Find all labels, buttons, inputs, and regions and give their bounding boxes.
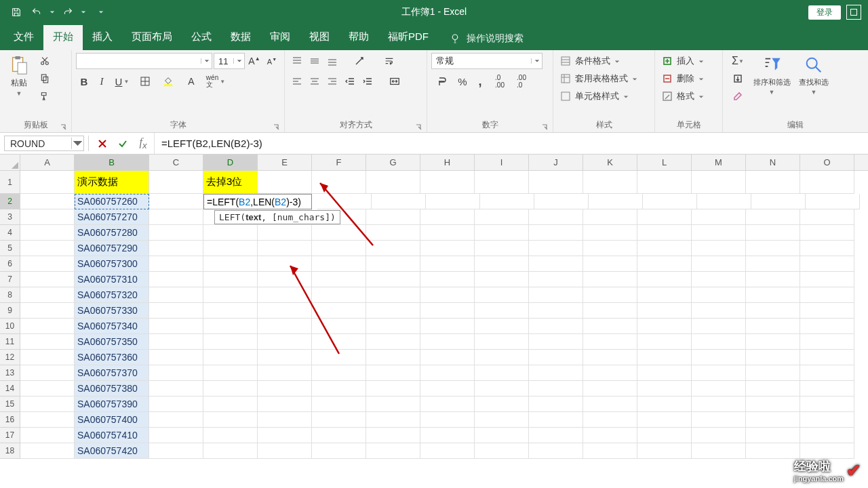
cell[interactable] bbox=[589, 194, 643, 209]
cell[interactable] bbox=[420, 287, 475, 303]
font-color-button[interactable]: A bbox=[180, 73, 202, 89]
find-select-button[interactable]: 查找和选 ▼ bbox=[795, 53, 833, 96]
cell[interactable] bbox=[806, 194, 860, 209]
cell[interactable] bbox=[746, 225, 800, 241]
cell[interactable]: SA060757350 bbox=[75, 334, 149, 350]
cell[interactable] bbox=[529, 303, 583, 319]
tab-page-layout[interactable]: 页面布局 bbox=[122, 25, 182, 50]
cell[interactable] bbox=[20, 396, 75, 412]
cell[interactable] bbox=[800, 365, 854, 381]
delete-cells[interactable]: 删除 bbox=[659, 70, 707, 87]
cell[interactable] bbox=[583, 365, 637, 381]
cell[interactable] bbox=[366, 303, 420, 319]
sort-filter-button[interactable]: 排序和筛选 ▼ bbox=[751, 53, 792, 96]
cell[interactable] bbox=[149, 319, 203, 334]
wrap-text-button[interactable] bbox=[378, 53, 400, 69]
row-header[interactable]: 15 bbox=[0, 396, 20, 412]
col-header[interactable]: G bbox=[366, 155, 420, 170]
cell[interactable] bbox=[475, 256, 529, 272]
cell[interactable] bbox=[203, 319, 258, 334]
cell[interactable] bbox=[366, 171, 420, 194]
cell[interactable] bbox=[692, 428, 746, 443]
cell[interactable] bbox=[637, 412, 692, 428]
cell[interactable] bbox=[746, 412, 800, 428]
cell[interactable] bbox=[475, 319, 529, 334]
cell[interactable] bbox=[800, 256, 854, 272]
cell[interactable] bbox=[692, 381, 746, 396]
cell[interactable] bbox=[312, 381, 366, 396]
clear-button[interactable] bbox=[727, 88, 749, 104]
cell[interactable] bbox=[258, 428, 312, 443]
accounting-format[interactable] bbox=[431, 73, 453, 89]
select-all-corner[interactable] bbox=[0, 155, 20, 170]
cell[interactable] bbox=[746, 350, 800, 365]
cell[interactable] bbox=[258, 171, 312, 194]
cell[interactable] bbox=[258, 287, 312, 303]
cell[interactable] bbox=[420, 303, 475, 319]
cell[interactable] bbox=[203, 334, 258, 350]
cell[interactable] bbox=[20, 334, 75, 350]
cell[interactable] bbox=[583, 396, 637, 412]
row-header[interactable]: 11 bbox=[0, 334, 20, 350]
cell[interactable]: SA060757370 bbox=[75, 365, 149, 381]
cell[interactable]: SA060757360 bbox=[75, 350, 149, 365]
cell[interactable]: 演示数据 bbox=[75, 171, 149, 194]
row-header[interactable]: 17 bbox=[0, 428, 20, 443]
autosum-button[interactable]: Σ▼ bbox=[727, 53, 749, 69]
comma-format[interactable]: , bbox=[472, 73, 488, 89]
cell[interactable] bbox=[420, 272, 475, 287]
cells-area[interactable]: 演示数据去掉3位SA060757260=LEFT(B2,LEN(B2)-3)SA… bbox=[20, 171, 868, 459]
cell[interactable] bbox=[746, 241, 800, 256]
cell[interactable] bbox=[800, 225, 854, 241]
row-header[interactable]: 10 bbox=[0, 319, 20, 334]
cell[interactable]: SA060757380 bbox=[75, 381, 149, 396]
cell[interactable] bbox=[420, 171, 475, 194]
row-header[interactable]: 16 bbox=[0, 412, 20, 428]
cell[interactable] bbox=[258, 272, 312, 287]
phonetic-button[interactable]: wén文▼ bbox=[203, 73, 228, 89]
cell[interactable] bbox=[149, 272, 203, 287]
cell[interactable] bbox=[20, 412, 75, 428]
merge-center-button[interactable] bbox=[384, 73, 406, 89]
cell[interactable] bbox=[637, 428, 692, 443]
align-center[interactable] bbox=[307, 73, 323, 89]
cell[interactable] bbox=[746, 287, 800, 303]
cell[interactable] bbox=[643, 194, 697, 209]
cell[interactable] bbox=[583, 272, 637, 287]
cell[interactable] bbox=[366, 272, 420, 287]
cell[interactable] bbox=[149, 287, 203, 303]
row-header[interactable]: 14 bbox=[0, 381, 20, 396]
font-name-combo[interactable] bbox=[76, 53, 212, 69]
cell[interactable] bbox=[529, 272, 583, 287]
tab-help[interactable]: 帮助 bbox=[339, 25, 378, 50]
cell[interactable] bbox=[583, 241, 637, 256]
cell[interactable]: SA060757390 bbox=[75, 396, 149, 412]
cell[interactable] bbox=[149, 381, 203, 396]
col-header[interactable]: E bbox=[258, 155, 312, 170]
cell[interactable] bbox=[800, 334, 854, 350]
cell[interactable] bbox=[366, 287, 420, 303]
cell[interactable] bbox=[583, 256, 637, 272]
conditional-formatting[interactable]: 条件格式 bbox=[557, 53, 623, 69]
cell[interactable] bbox=[529, 443, 583, 459]
cell[interactable] bbox=[366, 396, 420, 412]
row-header[interactable]: 2 bbox=[0, 194, 20, 209]
name-box[interactable]: ROUND bbox=[4, 136, 84, 151]
row-header[interactable]: 12 bbox=[0, 350, 20, 365]
align-bottom[interactable] bbox=[324, 53, 340, 69]
cell[interactable] bbox=[426, 194, 480, 209]
format-cells[interactable]: 格式 bbox=[659, 88, 707, 104]
tell-me-search[interactable]: 操作说明搜索 bbox=[438, 33, 534, 50]
cell[interactable] bbox=[475, 303, 529, 319]
cell[interactable] bbox=[258, 256, 312, 272]
cell[interactable] bbox=[746, 171, 800, 194]
orientation-button[interactable] bbox=[349, 53, 370, 69]
col-header[interactable]: A bbox=[20, 155, 75, 170]
cell[interactable] bbox=[800, 381, 854, 396]
cell[interactable] bbox=[583, 428, 637, 443]
cell[interactable] bbox=[800, 428, 854, 443]
cell[interactable] bbox=[529, 171, 583, 194]
cell[interactable]: SA060757400 bbox=[75, 412, 149, 428]
cell[interactable] bbox=[529, 350, 583, 365]
cell[interactable] bbox=[312, 443, 366, 459]
